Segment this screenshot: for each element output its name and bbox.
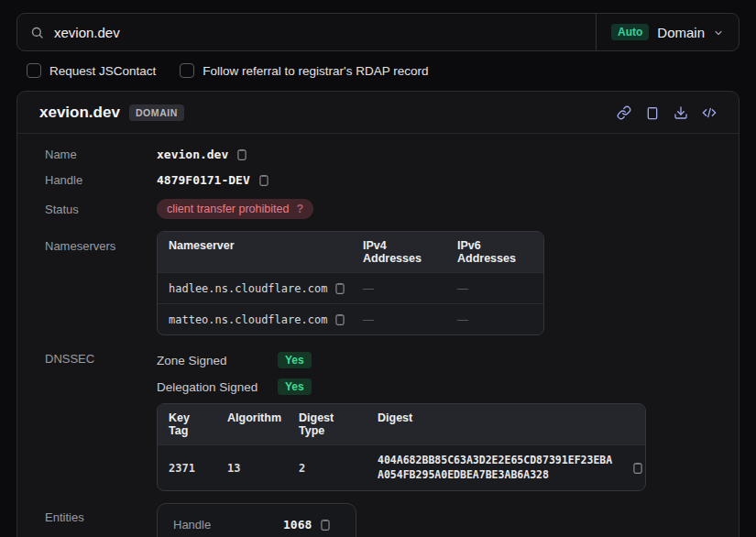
handle-label: Handle — [45, 173, 157, 187]
ds-table-header: Key Tag Algorithm Digest Type Digest — [158, 404, 645, 444]
name-label: Name — [45, 148, 157, 161]
col-nameserver: Nameserver — [158, 232, 352, 272]
col-algorithm: Algorithm — [216, 404, 288, 444]
status-help-icon[interactable]: ? — [296, 203, 303, 215]
col-key-tag: Key Tag — [158, 404, 216, 444]
jscontact-label: Request JSContact — [49, 64, 156, 78]
ipv4-value: — — [352, 305, 446, 334]
col-digest-type: Digest Type — [288, 404, 367, 444]
field-handle: Handle 4879F0171-DEV — [45, 173, 717, 187]
status-value: client transfer prohibited — [167, 203, 289, 215]
nameservers-label: Nameservers — [45, 231, 157, 253]
follow-referral-label: Follow referral to registrar's RDAP reco… — [203, 64, 428, 78]
copy-icon[interactable] — [319, 518, 332, 532]
permalink-icon[interactable] — [617, 105, 631, 120]
field-nameservers: Nameservers Nameserver IPv4 Addresses IP… — [45, 231, 717, 335]
option-request-jscontact[interactable]: Request JSContact — [27, 63, 156, 78]
field-status: Status client transfer prohibited ? — [45, 199, 717, 219]
status-badge[interactable]: client transfer prohibited ? — [157, 199, 313, 219]
nameserver-value: matteo.ns.cloudflare.com — [169, 313, 327, 326]
field-dnssec: DNSSEC Zone Signed Yes Delegation Signed… — [45, 352, 717, 491]
zone-signed-label: Zone Signed — [157, 354, 278, 367]
card-actions — [617, 105, 717, 120]
table-row: matteo.ns.cloudflare.com — — — [158, 303, 543, 334]
ipv6-value: — — [446, 274, 543, 303]
ipv6-value: — — [446, 305, 543, 334]
copy-icon[interactable] — [631, 461, 644, 475]
delegation-signed-row: Delegation Signed Yes — [157, 378, 646, 395]
col-digest: Digest — [367, 404, 645, 444]
copy-json-icon[interactable] — [645, 105, 660, 120]
copy-icon[interactable] — [334, 281, 346, 295]
field-entities: Entities Handle 1068 Roles registrar — [45, 503, 717, 537]
dnssec-label: DNSSEC — [45, 352, 157, 366]
copy-icon[interactable] — [236, 148, 248, 161]
domain-result-card: xevion.dev DOMAIN Name — [16, 91, 740, 537]
ipv4-value: — — [352, 274, 446, 303]
ds-records-table: Key Tag Algorithm Digest Type Digest 237… — [157, 403, 646, 491]
handle-value: 4879F0171-DEV — [157, 173, 250, 187]
query-type-value: Domain — [657, 25, 705, 40]
entity-handle-label: Handle — [173, 518, 283, 532]
query-options: Request JSContact Follow referral to reg… — [16, 51, 740, 91]
card-body: Name xevion.dev Handle 4879F0171-DEV Sta… — [17, 134, 739, 537]
follow-referral-checkbox[interactable] — [180, 63, 194, 78]
digest-type-value: 2 — [288, 454, 367, 483]
object-type-badge: DOMAIN — [129, 104, 184, 121]
entities-label: Entities — [45, 503, 157, 524]
delegation-signed-badge: Yes — [278, 378, 312, 395]
zone-signed-badge: Yes — [278, 352, 312, 368]
copy-icon[interactable] — [334, 312, 346, 326]
auto-badge: Auto — [611, 24, 649, 40]
field-name: Name xevion.dev — [45, 148, 717, 161]
search-query-text[interactable]: xevion.dev — [54, 25, 120, 40]
jscontact-checkbox[interactable] — [27, 63, 41, 78]
page-title: xevion.dev — [39, 104, 120, 122]
card-header: xevion.dev DOMAIN — [17, 92, 739, 134]
search-bar: xevion.dev Auto Domain — [16, 13, 740, 51]
entity-handle-row: Handle 1068 — [173, 518, 340, 532]
algorithm-value: 13 — [216, 454, 288, 483]
entity-card: Handle 1068 Roles registrar — [157, 503, 356, 537]
table-row: 2371 13 2 404A682BB85C63A3D2E2E65CD87391… — [158, 444, 645, 490]
status-label: Status — [45, 203, 157, 216]
nameserver-value: hadlee.ns.cloudflare.com — [169, 282, 327, 295]
name-value: xevion.dev — [157, 148, 228, 161]
search-icon — [30, 26, 44, 39]
digest-value: 404A682BB85C63A3D2E2E65CD87391EF23EBAA05… — [378, 454, 618, 482]
col-ipv6: IPv6 Addresses — [446, 232, 543, 272]
key-tag-value: 2371 — [158, 454, 216, 483]
delegation-signed-label: Delegation Signed — [157, 380, 278, 394]
option-follow-referral[interactable]: Follow referral to registrar's RDAP reco… — [180, 63, 428, 78]
entity-handle-value: 1068 — [283, 518, 312, 532]
nameservers-table: Nameserver IPv4 Addresses IPv6 Addresses… — [157, 231, 544, 335]
zone-signed-row: Zone Signed Yes — [157, 352, 646, 368]
download-icon[interactable] — [674, 105, 688, 120]
nameservers-table-header: Nameserver IPv4 Addresses IPv6 Addresses — [158, 232, 543, 272]
view-source-icon[interactable] — [702, 105, 717, 120]
col-ipv4: IPv4 Addresses — [352, 232, 446, 272]
search-input[interactable]: xevion.dev — [17, 14, 596, 50]
query-type-selector[interactable]: Auto Domain — [596, 14, 739, 50]
chevron-down-icon — [713, 27, 724, 38]
table-row: hadlee.ns.cloudflare.com — — — [158, 272, 543, 303]
copy-icon[interactable] — [257, 173, 270, 187]
